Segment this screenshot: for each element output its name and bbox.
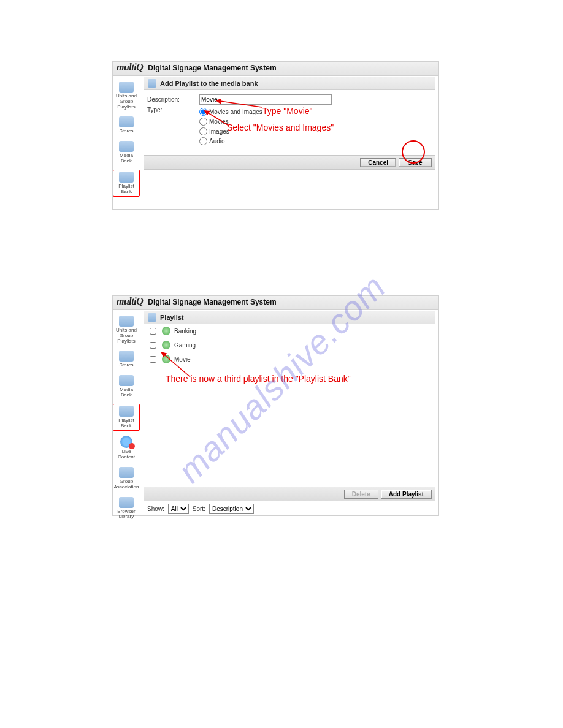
sidebar-item-group-association[interactable]: Group Association [113, 466, 139, 492]
playlist-name: Gaming [174, 342, 196, 349]
description-label: Description: [147, 96, 199, 103]
group-association-icon [119, 467, 134, 478]
screenshot-2: multiQ Digital Signage Management System… [112, 295, 439, 516]
playlist-row[interactable]: Banking [144, 324, 435, 338]
sidebar-item-label: Media Bank [113, 153, 139, 164]
playlist-bank-icon [119, 172, 134, 183]
sidebar-item-label: Live Content [113, 449, 139, 460]
app-header-2: multiQ Digital Signage Management System [113, 296, 438, 310]
radio-label: Audio [209, 138, 225, 145]
panel-icon [148, 313, 156, 322]
sort-label: Sort: [193, 506, 205, 512]
panel-title-bar: Playlist [144, 311, 435, 324]
panel-title-bar: Add Playlist to the media bank [144, 77, 435, 90]
panel-icon [148, 79, 156, 88]
logo: multiQ [117, 296, 143, 307]
stores-icon [119, 116, 134, 127]
playlist-bank-icon [119, 406, 134, 417]
annotation-select-movies-images: Select "Movies and Images" [227, 123, 334, 132]
row-checkbox[interactable] [150, 342, 156, 349]
arrow-select-movies-images [205, 110, 233, 129]
media-bank-icon [119, 375, 134, 386]
sidebar-item-label: Stores [113, 363, 139, 368]
playlist-row[interactable]: Gaming [144, 338, 435, 352]
sidebar-item-stores[interactable]: Stores [113, 115, 139, 136]
live-content-icon [120, 436, 132, 448]
app-title: Digital Signage Management System [148, 298, 276, 306]
playlist-icon [162, 341, 170, 349]
arrow-type-movie [218, 98, 267, 110]
sidebar-item-label: Units and Group Playlists [113, 94, 139, 110]
button-bar: Cancel Save [144, 155, 435, 170]
radio-audio[interactable] [199, 137, 207, 145]
svg-line-1 [208, 113, 229, 126]
radio-label: Images [209, 128, 229, 135]
sort-select[interactable]: Description [209, 504, 254, 514]
annotation-type-movie: Type "Movie" [262, 106, 313, 116]
annotation-third-playlist: There is now a third playlist in the "Pl… [166, 374, 351, 384]
annotation-circle-save [402, 140, 425, 164]
sidebar-item-label: Browser Library [113, 509, 139, 520]
sidebar: Units and Group Playlists Stores Media B… [113, 77, 140, 197]
browser-library-icon [119, 497, 134, 508]
stores-icon [119, 351, 134, 362]
units-icon [119, 82, 134, 93]
playlist-icon [162, 327, 170, 335]
sidebar: Units and Group Playlists Stores Media B… [113, 311, 140, 521]
sidebar-item-label: Playlist Bank [113, 418, 139, 429]
sidebar-item-playlist-bank[interactable]: Playlist Bank [113, 170, 140, 197]
sidebar-item-label: Units and Group Playlists [113, 328, 139, 344]
svg-line-0 [220, 101, 262, 107]
button-bar: Delete Add Playlist [144, 487, 435, 501]
sidebar-item-live-content[interactable]: Live Content [113, 434, 139, 462]
playlist-name: Banking [174, 328, 196, 335]
show-label: Show: [147, 506, 164, 512]
add-playlist-button[interactable]: Add Playlist [381, 490, 432, 499]
app-header: multiQ Digital Signage Management System [113, 62, 438, 76]
app-title: Digital Signage Management System [148, 64, 276, 72]
sidebar-item-label: Media Bank [113, 387, 139, 398]
sidebar-item-media-bank[interactable]: Media Bank [113, 374, 139, 400]
show-select[interactable]: All [168, 504, 189, 514]
sidebar-item-units-groups[interactable]: Units and Group Playlists [113, 314, 139, 346]
sidebar-item-label: Playlist Bank [113, 184, 139, 195]
sidebar-item-units-groups[interactable]: Units and Group Playlists [113, 80, 139, 112]
delete-button[interactable]: Delete [344, 490, 378, 499]
cancel-button[interactable]: Cancel [360, 158, 396, 167]
sidebar-item-browser-library[interactable]: Browser Library [113, 496, 139, 522]
sidebar-item-stores[interactable]: Stores [113, 349, 139, 370]
media-bank-icon [119, 141, 134, 152]
sidebar-item-playlist-bank[interactable]: Playlist Bank [113, 404, 140, 431]
sidebar-item-media-bank[interactable]: Media Bank [113, 140, 139, 166]
sidebar-item-label: Stores [113, 129, 139, 134]
logo: multiQ [117, 62, 143, 73]
panel-title: Playlist [160, 314, 184, 321]
units-icon [119, 316, 134, 327]
row-checkbox[interactable] [150, 328, 156, 335]
type-label: Type: [147, 107, 199, 113]
sidebar-item-label: Group Association [113, 479, 139, 490]
panel-title: Add Playlist to the media bank [160, 80, 258, 87]
screenshot-1: multiQ Digital Signage Management System… [112, 61, 439, 210]
playlist-panel: Playlist Banking Gaming Movie Delete [144, 311, 435, 516]
type-option-audio[interactable]: Audio [199, 136, 262, 146]
